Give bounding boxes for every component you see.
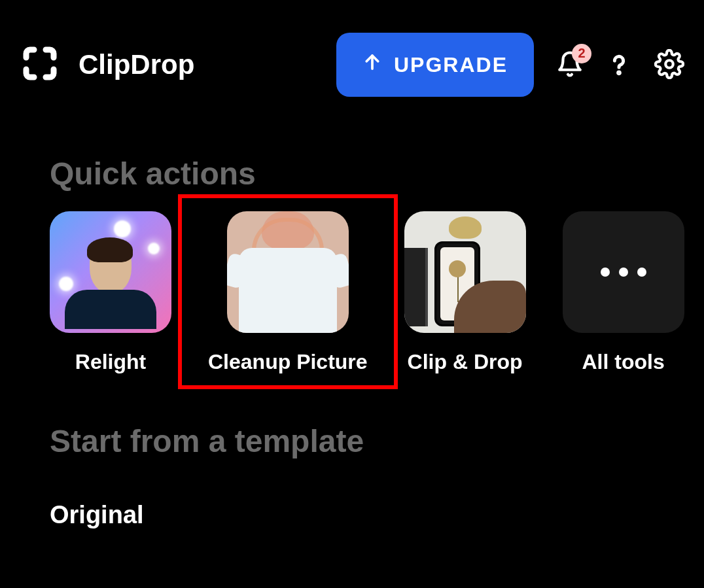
settings-button[interactable] bbox=[654, 49, 684, 81]
header: ClipDrop UPGRADE 2 bbox=[0, 0, 704, 116]
arrow-up-icon bbox=[362, 52, 382, 77]
app-logo-icon bbox=[20, 43, 60, 86]
app-title: ClipDrop bbox=[79, 49, 194, 80]
action-relight[interactable]: Relight bbox=[50, 211, 171, 375]
logo-wrap: ClipDrop bbox=[20, 43, 194, 86]
help-button[interactable] bbox=[606, 51, 632, 79]
upgrade-button[interactable]: UPGRADE bbox=[336, 33, 534, 97]
action-thumb-cleanup bbox=[227, 211, 349, 333]
upgrade-label: UPGRADE bbox=[394, 53, 508, 77]
quick-actions-title: Quick actions bbox=[0, 116, 704, 192]
action-label: Cleanup Picture bbox=[208, 349, 368, 375]
quick-actions-row: Relight Cleanup Picture Clip & Drop bbox=[0, 192, 704, 375]
svg-point-1 bbox=[618, 72, 620, 74]
action-thumb-relight bbox=[50, 211, 171, 333]
more-icon bbox=[601, 268, 646, 277]
action-all-tools[interactable]: All tools bbox=[563, 211, 684, 375]
action-thumb-alltools bbox=[563, 211, 684, 333]
notification-badge: 2 bbox=[572, 44, 591, 63]
action-label: Clip & Drop bbox=[408, 349, 523, 375]
header-icons: 2 bbox=[556, 49, 684, 81]
action-clip-and-drop[interactable]: Clip & Drop bbox=[404, 211, 526, 375]
action-cleanup-picture[interactable]: Cleanup Picture bbox=[178, 194, 398, 389]
action-thumb-clipdrop bbox=[404, 211, 526, 333]
question-icon bbox=[606, 51, 632, 79]
svg-point-2 bbox=[665, 60, 673, 68]
action-label: All tools bbox=[582, 349, 665, 375]
notifications-button[interactable]: 2 bbox=[556, 50, 584, 80]
gear-icon bbox=[654, 49, 684, 81]
template-original[interactable]: Original bbox=[0, 459, 704, 529]
action-label: Relight bbox=[75, 349, 146, 375]
